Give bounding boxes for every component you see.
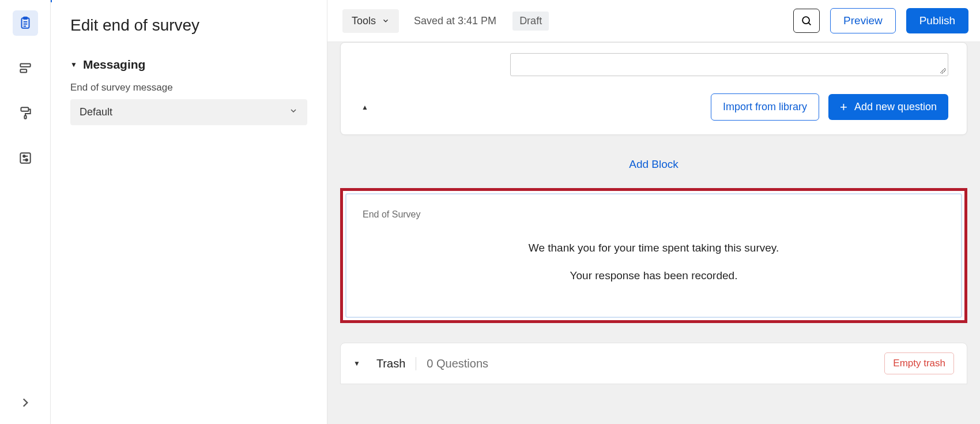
- add-block-link[interactable]: Add Block: [340, 158, 967, 171]
- add-block-label: Add Block: [629, 158, 679, 170]
- svg-line-15: [809, 23, 811, 25]
- tools-menu-button[interactable]: Tools: [342, 9, 399, 33]
- end-of-survey-block[interactable]: End of Survey We thank you for your time…: [345, 193, 962, 318]
- preview-button[interactable]: Preview: [830, 8, 896, 33]
- tools-menu-label: Tools: [352, 15, 376, 27]
- search-icon: [800, 14, 813, 27]
- chevron-down-icon: [289, 106, 298, 118]
- svg-rect-6: [20, 69, 27, 72]
- trash-count: 0 Questions: [416, 357, 488, 370]
- end-of-survey-label: End of Survey: [363, 209, 945, 220]
- rail-item-survey[interactable]: [13, 10, 38, 36]
- end-of-survey-block-highlight: End of Survey We thank you for your time…: [340, 188, 967, 323]
- end-of-survey-line1: We thank you for your time spent taking …: [363, 242, 945, 254]
- svg-point-13: [25, 159, 27, 161]
- left-icon-rail: [0, 0, 51, 424]
- section-messaging-header[interactable]: ▼ Messaging: [70, 58, 307, 72]
- save-status: Saved at 3:41 PM: [414, 15, 496, 27]
- sidebar-panel: Edit end of survey ▼ Messaging End of su…: [51, 0, 327, 424]
- rail-item-options[interactable]: [13, 145, 38, 171]
- eos-message-select-value: Default: [80, 106, 112, 118]
- section-messaging-label: Messaging: [83, 58, 146, 72]
- rail-item-look[interactable]: [13, 100, 38, 126]
- svg-rect-7: [21, 107, 28, 111]
- empty-trash-label: Empty trash: [893, 358, 945, 369]
- sidebar-title: Edit end of survey: [70, 16, 307, 35]
- main-area: Tools Saved at 3:41 PM Draft Preview Pub…: [327, 0, 980, 424]
- settings-sliders-icon: [18, 151, 33, 166]
- preview-button-label: Preview: [843, 14, 883, 27]
- import-from-library-label: Import from library: [723, 101, 807, 112]
- svg-rect-5: [20, 63, 30, 66]
- block-collapse-toggle[interactable]: ▲: [359, 103, 368, 111]
- trash-title: Trash: [376, 357, 416, 370]
- import-from-library-button[interactable]: Import from library: [711, 93, 819, 121]
- topbar: Tools Saved at 3:41 PM Draft Preview Pub…: [327, 0, 980, 42]
- rail-expand-toggle[interactable]: [18, 395, 33, 412]
- rail-item-flow[interactable]: [13, 55, 38, 81]
- end-of-survey-line2: Your response has been recorded.: [363, 269, 945, 282]
- question-block: ▲ Import from library + Add new question: [340, 42, 967, 135]
- status-badge: Draft: [512, 12, 549, 31]
- chevron-down-icon: [382, 17, 390, 25]
- publish-button[interactable]: Publish: [906, 8, 968, 33]
- paint-roller-icon: [18, 106, 33, 121]
- svg-point-11: [23, 155, 25, 157]
- caret-down-icon: ▼: [70, 61, 77, 69]
- svg-point-14: [802, 17, 809, 24]
- canvas: ▲ Import from library + Add new question…: [327, 42, 980, 424]
- clipboard-icon: [18, 16, 33, 31]
- layout-icon: [18, 61, 33, 76]
- empty-trash-button[interactable]: Empty trash: [884, 352, 954, 374]
- svg-rect-8: [24, 115, 26, 118]
- publish-button-label: Publish: [919, 14, 955, 27]
- search-button[interactable]: [793, 9, 820, 33]
- question-text-input[interactable]: [510, 53, 948, 76]
- add-new-question-button[interactable]: + Add new question: [828, 94, 948, 120]
- svg-rect-9: [20, 153, 30, 163]
- eos-message-select[interactable]: Default: [70, 99, 307, 125]
- eos-message-field-label: End of survey message: [70, 82, 307, 93]
- trash-section: ▼ Trash 0 Questions Empty trash: [340, 343, 967, 384]
- trash-expand-toggle[interactable]: ▼: [353, 359, 360, 367]
- chevron-right-icon: [18, 395, 33, 410]
- add-new-question-label: Add new question: [854, 101, 937, 113]
